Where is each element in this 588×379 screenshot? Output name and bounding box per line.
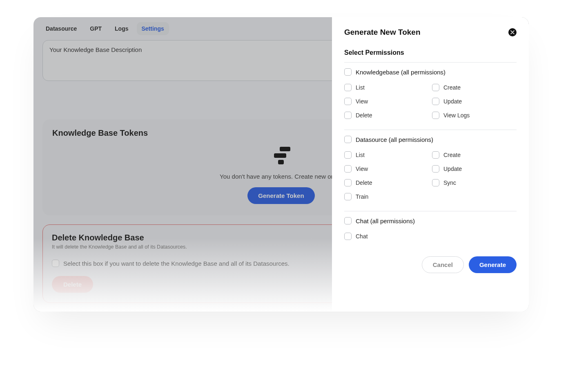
perm-chat-chat-checkbox[interactable] [344,233,352,240]
perm-ds-sync-checkbox[interactable] [432,179,439,186]
perm-ds-list-checkbox[interactable] [344,151,352,159]
perm-all-datasource-checkbox[interactable] [344,136,352,143]
perm-ds-create-checkbox[interactable] [432,151,439,159]
perm-kb-viewlogs-label: View Logs [443,112,470,119]
perm-kb-delete-checkbox[interactable] [344,112,352,119]
perm-ds-view-checkbox[interactable] [344,165,352,173]
perm-chat-chat-label: Chat [356,233,368,240]
perm-all-datasource-label: Datasource (all permissions) [356,136,433,143]
perm-kb-view: View [344,94,430,108]
perm-kb-viewlogs-checkbox[interactable] [432,112,439,119]
perm-ds-view-label: View [356,166,368,172]
perm-kb-create: Create [430,81,517,94]
perm-ds-sync: Sync [430,176,517,190]
perm-kb-view-label: View [356,98,368,105]
perm-all-chat-checkbox[interactable] [344,217,352,224]
perm-kb-update: Update [430,94,517,108]
perm-kb-list-label: List [356,84,365,91]
perm-ds-update-label: Update [443,166,462,172]
perm-ds-create: Create [430,148,517,162]
perm-ds-list-label: List [356,152,365,158]
perm-all-knowledgebase: Knowledgebase (all permissions) [344,68,517,76]
perm-all-chat: Chat (all permissions) [344,217,517,224]
drawer-header: Generate New Token [344,28,517,37]
perm-kb-update-checkbox[interactable] [432,98,439,105]
perm-ds-train-label: Train [356,193,368,200]
perm-ds-delete-checkbox[interactable] [344,179,352,186]
perm-group-knowledgebase: Knowledgebase (all permissions) List Cre… [344,62,517,124]
perm-kb-view-checkbox[interactable] [344,98,352,105]
perm-ds-list: List [344,148,430,162]
perm-ds-train-checkbox[interactable] [344,193,352,200]
perm-all-knowledgebase-checkbox[interactable] [344,68,352,76]
perm-chat-chat: Chat [344,229,430,243]
drawer-actions: Cancel Generate [344,256,517,273]
perm-all-chat-label: Chat (all permissions) [356,218,415,224]
perm-ds-view: View [344,162,430,176]
perm-group-chat: Chat (all permissions) Chat [344,211,517,245]
perm-kb-create-label: Create [443,84,461,91]
perm-group-datasource: Datasource (all permissions) List Create… [344,130,517,205]
drawer-subtitle: Select Permissions [344,49,517,56]
perm-ds-update: Update [430,162,517,176]
perm-all-knowledgebase-label: Knowledgebase (all permissions) [356,69,445,76]
app-frame: Datasource GPT Logs Settings Your Knowle… [33,17,529,312]
perm-ds-create-label: Create [443,152,461,158]
perm-kb-update-label: Update [443,98,462,105]
perm-kb-viewlogs: View Logs [430,108,517,122]
close-icon[interactable] [508,28,517,36]
perm-kb-create-checkbox[interactable] [432,84,439,91]
perm-ds-delete: Delete [344,176,430,190]
generate-button[interactable]: Generate [469,256,517,273]
perm-ds-train: Train [344,190,430,204]
perm-ds-sync-label: Sync [443,179,456,186]
perm-kb-delete: Delete [344,108,430,122]
perm-kb-list: List [344,81,430,94]
perm-kb-delete-label: Delete [356,112,372,119]
token-drawer: Generate New Token Select Permissions Kn… [332,17,529,312]
drawer-title: Generate New Token [344,28,421,37]
perm-ds-delete-label: Delete [356,179,372,186]
cancel-button[interactable]: Cancel [422,256,464,273]
perm-ds-update-checkbox[interactable] [432,165,439,173]
perm-all-datasource: Datasource (all permissions) [344,136,517,143]
perm-kb-list-checkbox[interactable] [344,84,352,91]
